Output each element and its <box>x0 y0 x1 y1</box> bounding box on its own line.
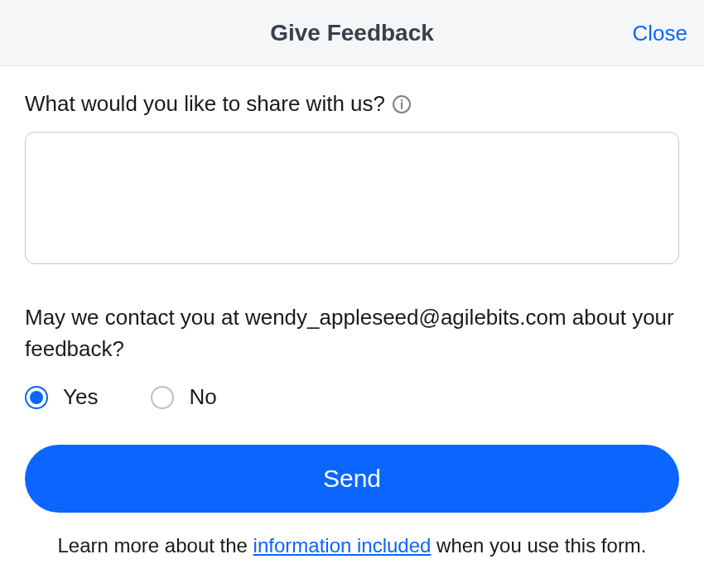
send-button[interactable]: Send <box>25 445 679 513</box>
radio-circle-yes <box>25 386 48 409</box>
contact-radio-group: Yes No <box>25 384 679 410</box>
dialog-header: Give Feedback Close <box>0 0 704 66</box>
radio-label-no: No <box>189 384 216 410</box>
radio-label-yes: Yes <box>63 384 98 410</box>
footer-note: Learn more about the information include… <box>25 534 679 557</box>
close-button[interactable]: Close <box>633 20 687 46</box>
feedback-textarea[interactable] <box>25 132 679 264</box>
radio-option-no[interactable]: No <box>151 384 216 410</box>
svg-point-2 <box>401 99 403 100</box>
dialog-title: Give Feedback <box>270 20 434 46</box>
footer-note-prefix: Learn more about the <box>57 534 253 557</box>
info-icon[interactable] <box>392 94 412 114</box>
share-prompt-row: What would you like to share with us? <box>25 91 679 117</box>
footer-note-suffix: when you use this form. <box>431 534 646 557</box>
contact-prompt-label: May we contact you at wendy_appleseed@ag… <box>25 302 679 364</box>
radio-option-yes[interactable]: Yes <box>25 384 98 410</box>
information-included-link[interactable]: information included <box>253 534 432 557</box>
radio-circle-no <box>151 386 174 409</box>
share-prompt-label: What would you like to share with us? <box>25 91 385 117</box>
dialog-content: What would you like to share with us? Ma… <box>0 66 704 557</box>
